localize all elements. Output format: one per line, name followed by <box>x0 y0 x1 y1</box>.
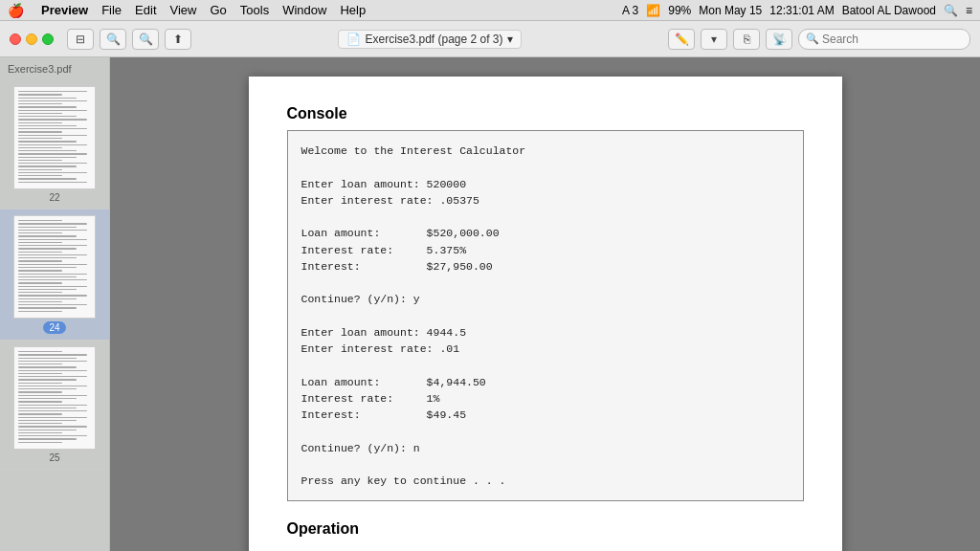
battery-indicator: 99% <box>668 4 691 17</box>
console-line-5: Interest rate: 5.375% <box>301 242 790 258</box>
console-line-4: Loan amount: $520,000.00 <box>301 225 790 241</box>
menu-edit[interactable]: Edit <box>135 3 156 17</box>
page-number-22: 22 <box>49 192 59 203</box>
page-number-24: 24 <box>43 321 65 334</box>
operation-list: The application prompts the user to ente… <box>306 547 804 551</box>
console-line-1: Welcome to the Interest Calculator <box>301 143 790 159</box>
search-icon: 🔍 <box>806 33 819 45</box>
sidebar-page-24[interactable]: 24 <box>0 209 109 341</box>
zoom-out-button[interactable]: 🔍 <box>100 29 126 50</box>
menu-extras-icon[interactable]: ≡ <box>966 4 972 17</box>
menu-go[interactable]: Go <box>210 3 226 17</box>
fullscreen-button[interactable] <box>42 33 54 45</box>
menu-help[interactable]: Help <box>340 3 366 17</box>
user-name: Batool AL Dawood <box>842 4 936 17</box>
page-number-25: 25 <box>49 452 59 463</box>
menu-view[interactable]: View <box>170 3 197 17</box>
console-line-14: Press any key to continue . . . <box>301 473 790 489</box>
console-line-2: Enter loan amount: 520000 <box>301 176 790 192</box>
thumb-25 <box>13 346 96 450</box>
annotate-dropdown[interactable]: ▾ <box>701 29 727 50</box>
copy-button[interactable]: ⎘ <box>733 29 760 50</box>
console-output: Welcome to the Interest Calculator Enter… <box>287 130 804 501</box>
dropdown-icon[interactable]: ▾ <box>507 33 513 46</box>
console-line-7: Continue? (y/n): y <box>301 291 790 307</box>
console-line-11: Interest rate: 1% <box>301 390 790 407</box>
spotlight-icon[interactable]: 🔍 <box>944 4 958 17</box>
operation-bullet-1: The application prompts the user to ente… <box>306 547 804 551</box>
menu-window[interactable]: Window <box>282 3 326 17</box>
console-line-8: Enter loan amount: 4944.5 <box>301 324 790 341</box>
console-section-title: Console <box>287 105 804 122</box>
page-info: 📄 Exercise3.pdf (page 2 of 3) ▾ <box>338 30 521 49</box>
search-input[interactable] <box>798 29 970 50</box>
console-line-9: Enter interest rate: .01 <box>301 341 790 357</box>
annotate-button[interactable]: ✏️ <box>668 29 695 50</box>
main-area: Exercise3.pdf <box>0 57 980 551</box>
menu-file[interactable]: File <box>101 3 122 17</box>
wifi-icon: 📶 <box>646 4 660 17</box>
console-line-12: Interest: $49.45 <box>301 407 790 423</box>
airdrop-button[interactable]: 📡 <box>766 29 792 50</box>
menu-preview[interactable]: Preview <box>41 3 88 17</box>
sidebar-page-25[interactable]: 25 <box>0 341 109 470</box>
traffic-lights <box>10 33 54 45</box>
time-display: 12:31:01 AM <box>769 4 834 17</box>
console-line-10: Loan amount: $4,944.50 <box>301 374 790 390</box>
document-area: Console Welcome to the Interest Calculat… <box>110 57 980 551</box>
zoom-in-button[interactable]: 🔍 <box>132 29 159 50</box>
console-line-3: Enter interest rate: .05375 <box>301 192 790 209</box>
console-line-6: Interest: $27,950.00 <box>301 258 790 275</box>
pdf-page: Console Welcome to the Interest Calculat… <box>249 77 842 551</box>
thumb-22 <box>13 86 96 189</box>
operation-title: Operation <box>287 520 804 538</box>
toolbar: ⊟ 🔍 🔍 ⬆ 📄 Exercise3.pdf (page 2 of 3) ▾ … <box>0 21 980 57</box>
menubar: 🍎 Preview File Edit View Go Tools Window… <box>0 0 980 21</box>
page-info-text: Exercise3.pdf (page 2 of 3) <box>365 33 502 46</box>
sidebar: Exercise3.pdf <box>0 57 110 551</box>
sidebar-toggle-button[interactable]: ⊟ <box>67 29 94 50</box>
date-time: Mon May 15 <box>699 4 762 17</box>
apple-menu[interactable]: 🍎 <box>8 3 24 18</box>
sidebar-page-22[interactable]: 22 <box>0 80 109 209</box>
close-button[interactable] <box>10 33 21 45</box>
sidebar-filename: Exercise3.pdf <box>0 57 109 80</box>
share-button[interactable]: ⬆ <box>165 29 191 50</box>
thumb-24 <box>13 215 96 319</box>
search-container: 🔍 <box>798 29 970 50</box>
menu-tools[interactable]: Tools <box>240 3 269 17</box>
a3-indicator: A 3 <box>622 4 638 17</box>
pdf-icon: 📄 <box>346 33 361 46</box>
minimize-button[interactable] <box>26 33 37 45</box>
console-line-13: Continue? (y/n): n <box>301 440 790 456</box>
